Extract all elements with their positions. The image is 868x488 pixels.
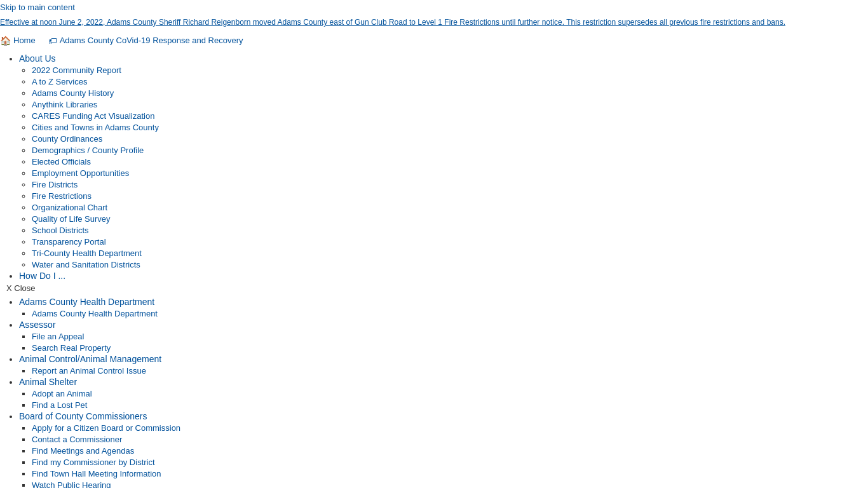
home-logo-link[interactable]: Home — [0, 36, 36, 46]
close-button[interactable]: X Close — [6, 283, 36, 293]
how-do-i-child-link[interactable]: Find Town Hall Meeting Information — [32, 469, 161, 478]
how-do-i-child-link[interactable]: Adams County Health Department — [32, 309, 158, 318]
list-item: 2022 Community Report — [32, 65, 868, 75]
list-item: Cities and Towns in Adams County — [32, 122, 868, 132]
how-do-i-child-link[interactable]: Find my Commissioner by District — [32, 458, 155, 467]
how-do-i-child-link[interactable]: Watch Public Hearing — [32, 480, 111, 488]
about-us-link[interactable]: About Us — [19, 53, 56, 64]
list-item: Organizational Chart — [32, 202, 868, 212]
list-item: File an Appeal — [32, 331, 868, 341]
list-item: Adopt an Animal — [32, 388, 868, 398]
about-us-sublink[interactable]: Quality of Life Survey — [32, 214, 111, 224]
main-nav: About Us 2022 Community ReportA to Z Ser… — [0, 48, 868, 488]
list-item: Find Town Hall Meeting Information — [32, 468, 868, 478]
how-do-i-child-link[interactable]: Search Real Property — [32, 343, 111, 353]
about-us-sublink[interactable]: Anythink Libraries — [32, 100, 97, 109]
alert-banner: Effective at noon June 2, 2022, Adams Co… — [0, 15, 868, 30]
list-item: Watch Public Hearing — [32, 480, 868, 488]
list-item: Apply for a Citizen Board or Commission — [32, 423, 868, 433]
how-do-i-link[interactable]: How Do I ... — [19, 271, 65, 281]
how-do-i-child-link[interactable]: File an Appeal — [32, 332, 84, 341]
how-do-i-group-link[interactable]: Adams County Health Department — [19, 297, 154, 307]
how-do-i-child-link[interactable]: Contact a Commissioner — [32, 435, 122, 444]
list-item: School Districts — [32, 225, 868, 235]
covid-logo-link[interactable]: Adams County CoVid-19 Response and Recov… — [48, 36, 243, 46]
about-us-sublink[interactable]: Fire Districts — [32, 180, 78, 189]
list-item: A to Z Services — [32, 76, 868, 86]
how-do-i-group-link[interactable]: Animal Control/Animal Management — [19, 354, 161, 364]
how-do-i-group-link[interactable]: Assessor — [19, 320, 56, 330]
how-do-i-nav-item: How Do I ... — [19, 271, 868, 281]
how-do-i-group-link[interactable]: Animal Shelter — [19, 377, 77, 387]
how-do-i-child-link[interactable]: Adopt an Animal — [32, 389, 92, 398]
how-do-i-submenu: Adams County Health DepartmentAdams Coun… — [6, 297, 868, 488]
list-item: Elected Officials — [32, 156, 868, 166]
list-item: Adams County History — [32, 88, 868, 98]
about-us-sublink[interactable]: Cities and Towns in Adams County — [32, 123, 159, 132]
list-item: Employment Opportunities — [32, 168, 868, 178]
alert-link[interactable]: Effective at noon June 2, 2022, Adams Co… — [0, 18, 785, 27]
about-us-sublink[interactable]: Employment Opportunities — [32, 168, 129, 178]
list-item: Water and Sanitation Districts — [32, 259, 868, 269]
how-do-i-group-link[interactable]: Board of County Commissioners — [19, 411, 147, 421]
sub-sub-list: File an AppealSearch Real Property — [19, 331, 868, 353]
skip-to-main-link[interactable]: Skip to main content — [0, 3, 75, 12]
list-item: Contact a Commissioner — [32, 434, 868, 444]
list-item: Animal Control/Animal ManagementReport a… — [19, 354, 868, 376]
list-item: Find a Lost Pet — [32, 400, 868, 410]
list-item: Adams County Health DepartmentAdams Coun… — [19, 297, 868, 318]
logo-bar: Home Adams County CoVid-19 Response and … — [0, 30, 868, 48]
list-item: Tri-County Health Department — [32, 248, 868, 258]
list-item: AssessorFile an AppealSearch Real Proper… — [19, 320, 868, 353]
how-do-i-child-link[interactable]: Report an Animal Control Issue — [32, 366, 146, 376]
about-us-sublink[interactable]: Transparency Portal — [32, 237, 106, 247]
list-item: Report an Animal Control Issue — [32, 365, 868, 376]
list-item: Fire Restrictions — [32, 191, 868, 201]
list-item: Find Meetings and Agendas — [32, 445, 868, 456]
skip-link: Skip to main content — [0, 0, 868, 15]
sub-sub-list: Adopt an AnimalFind a Lost Pet — [19, 388, 868, 410]
about-us-sublink[interactable]: Fire Restrictions — [32, 191, 92, 201]
covid-logo-label: Adams County CoVid-19 Response and Recov… — [60, 36, 243, 45]
list-item: Find my Commissioner by District — [32, 457, 868, 467]
list-item: CARES Funding Act Visualization — [32, 111, 868, 121]
about-us-sublink[interactable]: Water and Sanitation Districts — [32, 260, 140, 269]
list-item: Demographics / County Profile — [32, 145, 868, 155]
list-item: Adams County Health Department — [32, 308, 868, 318]
sub-sub-list: Report an Animal Control Issue — [19, 365, 868, 376]
list-item: Quality of Life Survey — [32, 214, 868, 224]
about-us-sublink[interactable]: Demographics / County Profile — [32, 146, 144, 155]
list-item: Fire Districts — [32, 179, 868, 189]
about-us-sublink[interactable]: School Districts — [32, 226, 89, 235]
about-us-sublink[interactable]: A to Z Services — [32, 77, 87, 86]
list-item: Anythink Libraries — [32, 99, 868, 109]
about-us-sublink[interactable]: Elected Officials — [32, 157, 91, 166]
list-item: Board of County CommissionersApply for a… — [19, 411, 868, 488]
about-us-sublink[interactable]: Adams County History — [32, 88, 114, 98]
home-logo-label: Home — [13, 36, 36, 45]
about-us-sublink[interactable]: Organizational Chart — [32, 203, 107, 212]
about-us-nav-item: About Us 2022 Community ReportA to Z Ser… — [19, 53, 868, 269]
about-us-sublink[interactable]: CARES Funding Act Visualization — [32, 111, 154, 121]
list-item: County Ordinances — [32, 133, 868, 144]
about-us-sublink[interactable]: Tri-County Health Department — [32, 248, 142, 258]
how-do-i-child-link[interactable]: Apply for a Citizen Board or Commission — [32, 423, 180, 433]
list-item: Animal ShelterAdopt an AnimalFind a Lost… — [19, 377, 868, 410]
list-item: Transparency Portal — [32, 236, 868, 247]
about-us-sublink[interactable]: 2022 Community Report — [32, 65, 121, 75]
list-item: Search Real Property — [32, 342, 868, 353]
about-us-submenu: 2022 Community ReportA to Z ServicesAdam… — [19, 65, 868, 269]
about-us-sublink[interactable]: County Ordinances — [32, 134, 102, 144]
sub-sub-list: Adams County Health Department — [19, 308, 868, 318]
sub-sub-list: Apply for a Citizen Board or CommissionC… — [19, 423, 868, 488]
how-do-i-child-link[interactable]: Find Meetings and Agendas — [32, 446, 134, 456]
how-do-i-child-link[interactable]: Find a Lost Pet — [32, 400, 87, 410]
